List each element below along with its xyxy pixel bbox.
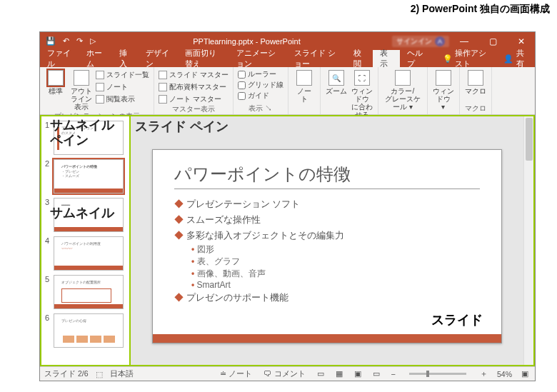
ribbon-group-macros: マクロ マクロ (460, 67, 492, 114)
tab-help[interactable]: ヘルプ (400, 50, 433, 67)
thumbnail-4[interactable]: 4パワーポイントの利用度〰〰〰 (41, 235, 129, 273)
bullet-item: プレゼンのサポート機能 (174, 290, 480, 306)
notes-page-button[interactable]: ノート (94, 81, 151, 93)
zoom-out-button[interactable]: − (389, 370, 398, 378)
outline-view-button[interactable]: アウトライン 表示 (69, 69, 94, 112)
redo-icon[interactable]: ↷ (76, 36, 83, 46)
annotation-slide: スライド (431, 311, 483, 328)
tab-animations[interactable]: アニメーション (229, 50, 287, 67)
zoom-in-button[interactable]: ＋ (478, 368, 490, 379)
comments-toggle[interactable]: 🗨 コメント (261, 368, 307, 379)
sub-bullet-item: 表、グラフ (191, 256, 480, 268)
ribbon-group-presentation-views: 標準 アウトライン 表示 スライド一覧 ノート 閲覧表示 プレゼンテーションの表… (40, 67, 154, 114)
undo-icon[interactable]: ↶ (63, 36, 69, 46)
group-label: マクロ (463, 104, 488, 114)
vertical-scrollbar[interactable] (523, 116, 533, 365)
thumbnail-6[interactable]: 6プレゼンの心得 (41, 312, 129, 351)
comment-icon: 🗨 (264, 369, 271, 378)
slideshow-view-icon[interactable]: ▭ (371, 369, 382, 378)
normal-view-button[interactable]: 標準 (43, 69, 69, 96)
notes-icon: ≐ (220, 369, 226, 378)
tab-slideshow[interactable]: スライド ショー (287, 50, 346, 67)
thumbnail-pane[interactable]: サムネイル ペイン サムネイル 1プレゼンテーションのススメ 2パワーポイントの… (41, 116, 131, 365)
sorter-view-icon[interactable]: ▦ (333, 369, 345, 378)
user-account[interactable]: サインイン A (392, 36, 449, 47)
tab-home[interactable]: ホーム (79, 50, 112, 67)
ribbon-group-window: ウィンドウ ▾ (428, 67, 460, 114)
ruler-checkbox[interactable]: ルーラー (236, 69, 285, 79)
normal-view-icon[interactable]: ▭ (315, 369, 326, 378)
tell-me-label: 操作アシスト (455, 48, 490, 69)
slide-canvas[interactable]: パワーポイントの特徴 プレゼンテーション ソフト スムーズな操作性 多彩な挿入オ… (152, 149, 502, 343)
sub-bullet-item: 図形 (191, 243, 480, 256)
doc-heading: 2) PowerPoint 独自の画面構成 (411, 3, 550, 16)
ribbon: 標準 アウトライン 表示 スライド一覧 ノート 閲覧表示 プレゼンテーションの表… (40, 67, 535, 115)
statusbar: スライド 2/6 ⬚ 日本語 ≐ ノート 🗨 コメント ▭ ▦ ▣ ▭ − ＋ … (40, 366, 535, 381)
powerpoint-window: 💾 ↶ ↷ ▷ PPTlearning.pptx - PowerPoint サイ… (39, 31, 536, 381)
ribbon-group-color: カラー/ グレースケール ▾ (378, 67, 428, 114)
tab-design[interactable]: デザイン (139, 50, 178, 67)
tab-insert[interactable]: 挿入 (112, 50, 139, 67)
notes-button[interactable]: ノー ト (291, 69, 317, 104)
annotation-slide-pane: スライド ペイン (135, 118, 229, 135)
dialog-launcher-icon[interactable]: ↘ (265, 104, 272, 112)
notes-master-button[interactable]: ノート マスター (157, 94, 230, 105)
color-grayscale-button[interactable]: カラー/ グレースケール ▾ (381, 69, 424, 112)
handout-master-button[interactable]: 配布資料マスター (157, 81, 230, 93)
bullet-item: 多彩な挿入オブジェクトとその編集力 (174, 228, 480, 243)
zoom-button[interactable]: 🔍ズーム (323, 69, 349, 96)
language-label[interactable]: 日本語 (110, 369, 134, 379)
fit-to-window-icon[interactable]: ▣ (519, 369, 531, 378)
group-label: マスター表示 (157, 105, 230, 115)
tab-view[interactable]: 表示 (373, 50, 399, 67)
ribbon-group-notes: ノー ト (288, 67, 321, 114)
user-name: サインイン (396, 36, 432, 46)
share-label: 共有 (516, 48, 526, 69)
reading-view-button[interactable]: 閲覧表示 (94, 94, 151, 105)
tab-review[interactable]: 校閲 (346, 50, 373, 67)
share-icon: 👤 (503, 54, 513, 64)
zoom-slider[interactable] (409, 373, 466, 375)
fit-window-button[interactable]: ⛶ウィンドウ に合わせる (349, 69, 375, 120)
sub-bullet-item: SmartArt (191, 280, 480, 290)
ribbon-group-master-views: スライド マスター 配布資料マスター ノート マスター マスター表示 (154, 67, 234, 114)
window-button[interactable]: ウィンドウ ▾ (431, 69, 456, 112)
tab-file[interactable]: ファイル (40, 50, 79, 67)
menu-tabs: ファイル ホーム 挿入 デザイン 画面切り替え アニメーション スライド ショー… (40, 50, 535, 67)
bullet-item: スムーズな操作性 (174, 212, 480, 228)
slideshow-icon[interactable]: ▷ (90, 36, 96, 46)
tell-me[interactable]: 💡 操作アシスト (437, 50, 496, 67)
tab-transitions[interactable]: 画面切り替え (178, 50, 229, 67)
avatar-icon: A (435, 36, 445, 46)
workspace: サムネイル ペイン サムネイル 1プレゼンテーションのススメ 2パワーポイントの… (40, 115, 535, 366)
ribbon-group-show: ルーラー グリッド線 ガイド 表示 ↘ (234, 67, 288, 114)
ribbon-group-zoom: 🔍ズーム ⛶ウィンドウ に合わせる ズーム (321, 67, 378, 114)
share-button[interactable]: 👤 共有 (495, 50, 535, 67)
thumbnail-1[interactable]: 1プレゼンテーションのススメ (41, 119, 129, 158)
thumbnail-5[interactable]: 5オブジェクトの配置箇所 (41, 273, 129, 312)
slide-sorter-button[interactable]: スライド一覧 (94, 69, 151, 81)
notes-toggle[interactable]: ≐ ノート (218, 368, 254, 379)
macros-button[interactable]: マクロ (463, 69, 488, 96)
slide-title[interactable]: パワーポイントの特徴 (174, 163, 480, 189)
slide-master-button[interactable]: スライド マスター (157, 69, 230, 81)
sub-bullet-item: 画像、動画、音声 (191, 268, 480, 280)
save-icon[interactable]: 💾 (46, 36, 56, 46)
slide-body[interactable]: プレゼンテーション ソフト スムーズな操作性 多彩な挿入オブジェクトとその編集力… (174, 196, 480, 306)
spellcheck-icon[interactable]: ⬚ (96, 370, 103, 378)
reading-view-icon[interactable]: ▣ (352, 369, 363, 378)
guides-checkbox[interactable]: ガイド (236, 91, 285, 101)
slide-position[interactable]: スライド 2/6 (44, 369, 89, 379)
thumbnail-3[interactable]: 3━━━━ (41, 196, 129, 235)
bullet-item: プレゼンテーション ソフト (174, 196, 480, 212)
lightbulb-icon: 💡 (443, 54, 453, 64)
slide-pane[interactable]: スライド ペイン パワーポイントの特徴 プレゼンテーション ソフト スムーズな操… (131, 116, 523, 365)
window-title: PPTlearning.pptx - PowerPoint (101, 37, 392, 46)
group-label: 表示 ↘ (236, 104, 285, 114)
gridlines-checkbox[interactable]: グリッド線 (236, 80, 285, 90)
zoom-value[interactable]: 54% (497, 370, 512, 378)
thumbnail-2[interactable]: 2パワーポイントの特徴・プレゼン・スムーズ (41, 158, 129, 196)
